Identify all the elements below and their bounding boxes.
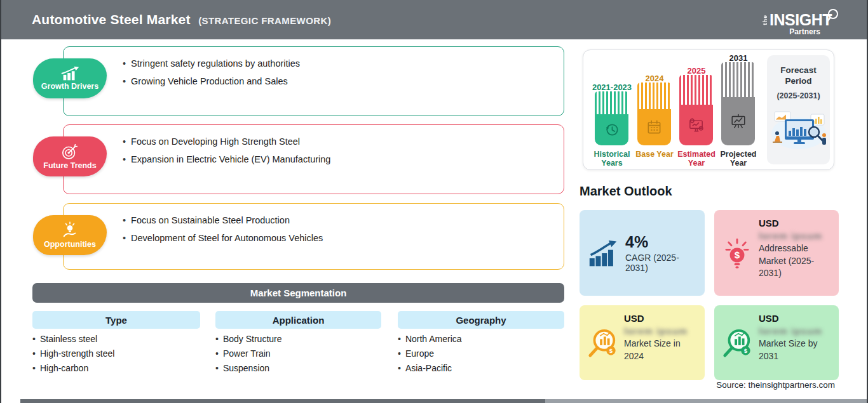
target-dart-icon <box>61 143 79 161</box>
badge-label: Opportunities <box>44 240 96 249</box>
magnifier-chart-dollar-icon: $ <box>586 328 619 359</box>
future-trends-list: Focus on Developing High Strength Steel … <box>123 136 330 172</box>
column-header: Geography <box>456 315 506 326</box>
list-item: Asia-Pacific <box>398 363 462 373</box>
estimated-year-bar <box>679 75 713 145</box>
insight-partners-logo: The INSIGHT Partners <box>762 12 832 28</box>
bar-label: Projected Year <box>713 150 764 168</box>
svg-text:$: $ <box>609 347 613 354</box>
list-item: Growing Vehicle Production and Sales <box>123 76 300 86</box>
list-item: Development of Steel for Autonomous Vehi… <box>123 233 323 243</box>
presentation-chart-icon <box>729 113 747 130</box>
column-header: Type <box>105 315 127 326</box>
source-attribution: Source: theinsightpartners.com <box>716 380 835 390</box>
geography-list: North America Europe Asia-Pacific <box>398 334 462 378</box>
forecast-title: Forecast Period <box>776 65 821 87</box>
market-segmentation-header: Market Segmentation <box>32 283 564 303</box>
strategic-framework-slide: Automotive Steel Market (STRATEGIC FRAME… <box>0 0 868 403</box>
currency-label: USD <box>759 313 830 324</box>
opportunities-box: Focus on Sustainable Steel Production De… <box>63 203 564 270</box>
year-label: 2031 <box>710 53 767 63</box>
badge-label: Future Trends <box>43 161 96 170</box>
list-item: Europe <box>398 348 462 359</box>
base-year-bar <box>637 83 671 145</box>
list-item: Power Train <box>215 348 282 359</box>
card-text-group: USD lorem ipsum Market Size in 2024 <box>624 313 695 374</box>
projected-year-bar <box>721 62 755 145</box>
currency-label: USD <box>759 218 832 228</box>
column-header: Application <box>273 315 325 326</box>
analytics-illustration <box>770 108 828 151</box>
currency-label: USD <box>624 313 695 324</box>
year-label: 2021-2023 <box>583 83 641 92</box>
card-text-group: USD lorem ipsum Market Size by 2031 <box>759 313 830 374</box>
svg-text:$: $ <box>744 347 748 354</box>
cagr-card: 4% CAGR (2025-2031) <box>580 210 705 296</box>
list-item: Focus on Sustainable Steel Production <box>123 215 323 225</box>
page-title: Automotive Steel Market <box>32 12 191 27</box>
cagr-text-group: 4% CAGR (2025-2031) <box>625 233 696 273</box>
market-outlook-title: Market Outlook <box>580 184 672 199</box>
magnifier-icon <box>825 8 839 25</box>
card-label: Addressable Market (2025-2031) <box>759 242 832 280</box>
growth-bars-arrow-icon <box>588 239 618 267</box>
market-timeline-card: 2021-2023 2024 2025 2031 <box>583 50 834 170</box>
computer-gear-icon <box>687 117 705 133</box>
svg-text:$: $ <box>735 249 740 260</box>
cagr-label: CAGR (2025-2031) <box>625 253 696 273</box>
opportunities-list: Focus on Sustainable Steel Production De… <box>123 215 323 251</box>
card-label: Market Size in 2024 <box>624 338 695 362</box>
bar-chart-arrow-icon <box>60 66 80 81</box>
application-list: Body Structure Power Train Suspension <box>215 334 282 378</box>
growth-drivers-box: Stringent safety regulations by authorit… <box>63 46 564 116</box>
list-item: North America <box>398 334 462 344</box>
segment-column-type: Type <box>32 311 200 329</box>
header-bar: Automotive Steel Market (STRATEGIC FRAME… <box>1 0 867 39</box>
footer-strip <box>20 399 867 403</box>
future-trends-badge: Future Trends <box>33 136 107 176</box>
bulb-dollar-icon: $ <box>724 238 750 270</box>
segmentation-title: Market Segmentation <box>250 287 347 298</box>
list-item: Stringent safety regulations by authorit… <box>123 58 300 69</box>
page-title-group: Automotive Steel Market (STRATEGIC FRAME… <box>32 12 331 27</box>
cagr-value: 4% <box>625 233 696 251</box>
bulb-hand-icon <box>61 221 79 239</box>
opportunities-badge: Opportunities <box>33 215 107 255</box>
historical-years-bar <box>595 91 628 145</box>
list-item: Suspension <box>215 363 282 373</box>
list-item: High-strength steel <box>32 348 114 359</box>
page-subtitle: (STRATEGIC FRAMEWORK) <box>198 15 331 26</box>
card-text-group: USD lorem ipsum Addressable Market (2025… <box>759 218 832 289</box>
magnifier-chart-dollar-icon: $ <box>721 328 754 359</box>
list-item: Expansion in Electric Vehicle (EV) Manuf… <box>123 154 330 164</box>
growth-drivers-badge: Growth Drivers <box>33 58 107 98</box>
blurred-value: lorem ipsum <box>759 326 830 336</box>
logo-name-text: INSIGHT <box>770 12 832 28</box>
type-list: Stainless steel High-strength steel High… <box>32 334 114 378</box>
blurred-value: lorem ipsum <box>624 326 695 336</box>
year-label: 2025 <box>668 66 725 76</box>
market-size-2031-card: $ USD lorem ipsum Market Size by 2031 <box>714 305 839 380</box>
history-clock-icon <box>603 121 620 138</box>
logo-the-text: The <box>762 15 768 25</box>
list-item: Body Structure <box>215 334 282 344</box>
segment-column-application: Application <box>215 311 381 329</box>
forecast-period-panel: Forecast Period (2025-2031) <box>767 55 830 164</box>
list-item: Focus on Developing High Strength Steel <box>123 136 330 147</box>
segment-column-geography: Geography <box>398 311 564 329</box>
market-size-2024-card: $ USD lorem ipsum Market Size in 2024 <box>580 305 705 380</box>
logo-tagline-text: Partners <box>789 27 820 36</box>
future-trends-box: Focus on Developing High Strength Steel … <box>63 124 564 194</box>
forecast-range: (2025-2031) <box>767 91 830 100</box>
growth-drivers-list: Stringent safety regulations by authorit… <box>123 58 300 94</box>
blurred-value: lorem ipsum <box>759 230 832 241</box>
list-item: High-carbon <box>32 363 114 373</box>
calendar-icon <box>646 119 663 136</box>
badge-label: Growth Drivers <box>41 82 98 91</box>
addressable-market-card: $ USD lorem ipsum Addressable Market (20… <box>714 210 839 296</box>
card-label: Market Size by 2031 <box>759 338 830 362</box>
list-item: Stainless steel <box>32 334 114 344</box>
